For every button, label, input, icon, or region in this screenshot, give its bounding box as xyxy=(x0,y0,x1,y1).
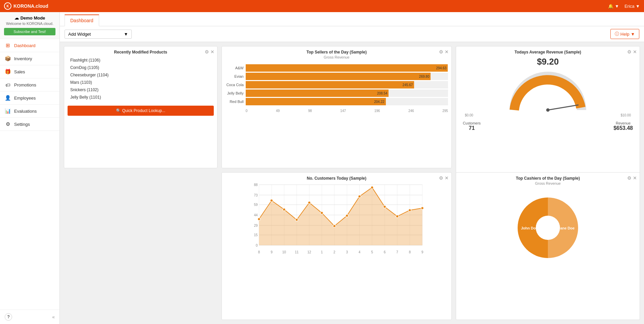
bar-label: Evian xyxy=(225,74,244,78)
cloud-icon: ☁ xyxy=(14,15,19,21)
demo-mode-title: ☁ Demo Mode xyxy=(4,15,55,21)
help-icon[interactable]: ? xyxy=(5,313,12,321)
widget-settings-icon[interactable]: ⚙ xyxy=(439,49,443,55)
bar-track: 204.22 xyxy=(246,98,448,105)
list-item[interactable]: Cheeseburger (1104) xyxy=(68,71,214,79)
list-item[interactable]: Flashlight (1106) xyxy=(68,57,214,64)
chevron-down-icon: ▼ xyxy=(124,32,128,37)
svg-text:4: 4 xyxy=(359,250,361,254)
customers-stat: Customers 71 xyxy=(463,121,481,131)
bar-fill: 269.80 xyxy=(246,73,431,80)
dashboard-grid: Recently Modified Products ⚙ ✕ Flashligh… xyxy=(60,42,644,324)
widget-settings-icon[interactable]: ⚙ xyxy=(439,175,443,181)
svg-text:59: 59 xyxy=(254,203,258,207)
widget-settings-icon[interactable]: ⚙ xyxy=(627,175,632,181)
inventory-icon: 📦 xyxy=(5,56,11,62)
bar-row: Jelly Belly208.54 xyxy=(225,89,448,97)
gauge-value: $9.20 xyxy=(459,57,636,67)
topnav: K KORONA.cloud 🔔 ▼ Erica ▼ xyxy=(0,0,644,12)
list-item[interactable]: Jelly Belly (1101) xyxy=(68,94,214,101)
svg-text:88: 88 xyxy=(254,183,258,187)
svg-line-0 xyxy=(548,105,578,110)
svg-text:8: 8 xyxy=(258,250,260,254)
bar-value: 245.67 xyxy=(403,83,413,87)
sidebar-item-label: Dashboard xyxy=(14,43,36,48)
sidebar-item-evaluations[interactable]: 📊 Evaluations xyxy=(0,105,59,118)
demo-mode-subtitle: Welcome to KORONA.cloud. xyxy=(4,22,55,26)
sidebar: ☁ Demo Mode Welcome to KORONA.cloud. Sub… xyxy=(0,12,60,324)
tab-dashboard[interactable]: Dashboard xyxy=(65,14,99,26)
sidebar-item-dashboard[interactable]: ⊞ Dashboard xyxy=(0,39,59,52)
svg-text:7: 7 xyxy=(396,250,398,254)
sidebar-item-label: Settings xyxy=(14,122,30,127)
bar-label: Jelly Belly xyxy=(225,91,244,95)
widget-close-icon[interactable]: ✕ xyxy=(445,175,449,181)
recently-modified-widget: Recently Modified Products ⚙ ✕ Flashligh… xyxy=(64,46,217,168)
subscribe-button[interactable]: Subscribe and Test! xyxy=(4,28,55,35)
svg-text:Jane Doe: Jane Doe xyxy=(558,226,574,230)
svg-text:1: 1 xyxy=(321,250,323,254)
svg-point-57 xyxy=(421,207,424,210)
bar-row: Coca Cola245.67 xyxy=(225,81,448,88)
sidebar-item-label: Sales xyxy=(14,69,25,74)
add-widget-dropdown[interactable]: Add Widget ▼ xyxy=(65,30,132,39)
bar-track: 245.67 xyxy=(246,81,448,88)
user-menu-button[interactable]: Erica ▼ xyxy=(625,4,640,9)
top-sellers-title: Top Sellers of the Day (Sample) xyxy=(225,50,448,55)
bar-value: 204.22 xyxy=(374,100,385,104)
widget-close-icon[interactable]: ✕ xyxy=(633,175,637,181)
top-cashiers-subtitle: Gross Revenue xyxy=(459,181,636,185)
customers-value: 71 xyxy=(463,125,481,131)
sales-icon: 🎁 xyxy=(5,69,11,75)
line-chart: 887359442915089101112123456789 xyxy=(225,181,448,255)
sidebar-item-sales[interactable]: 🎁 Sales xyxy=(0,65,59,78)
bar-chart: A&W294.63Evian269.80Coca Cola245.67Jelly… xyxy=(225,62,448,108)
settings-icon: ⚙ xyxy=(5,121,11,127)
sidebar-item-promotions[interactable]: 🏷 Promotions xyxy=(0,78,59,92)
svg-point-50 xyxy=(333,225,336,227)
bar-fill: 208.54 xyxy=(246,89,389,97)
sidebar-item-settings[interactable]: ⚙ Settings xyxy=(0,118,59,131)
widget-controls: ⚙ ✕ xyxy=(439,49,449,55)
help-circle-icon: ⓘ xyxy=(615,31,619,37)
widget-close-icon[interactable]: ✕ xyxy=(210,49,214,55)
notifications-button[interactable]: 🔔 ▼ xyxy=(608,4,619,9)
promotions-icon: 🏷 xyxy=(5,82,11,88)
svg-point-48 xyxy=(308,201,311,204)
list-item[interactable]: CornDog (1105) xyxy=(68,64,214,71)
svg-text:2: 2 xyxy=(333,250,335,254)
demo-mode-box: ☁ Demo Mode Welcome to KORONA.cloud. Sub… xyxy=(0,12,59,39)
gauge-chart xyxy=(508,70,588,113)
list-item[interactable]: Mars (1103) xyxy=(68,79,214,86)
bar-row: Red Bull204.22 xyxy=(225,98,448,105)
layout: ☁ Demo Mode Welcome to KORONA.cloud. Sub… xyxy=(0,12,644,324)
dashboard-icon: ⊞ xyxy=(5,42,11,48)
top-cashiers-title: Top Cashiers of the Day (Sample) xyxy=(459,176,636,181)
bar-value: 294.63 xyxy=(436,66,447,70)
svg-text:8: 8 xyxy=(409,250,411,254)
quick-lookup-button[interactable]: 🔍 Quick Product Lookup... xyxy=(68,106,214,116)
widget-settings-icon[interactable]: ⚙ xyxy=(627,49,632,55)
widget-settings-icon[interactable]: ⚙ xyxy=(205,49,209,55)
product-list: Flashlight (1106) CornDog (1105) Cheeseb… xyxy=(68,55,214,102)
bar-row: Evian269.80 xyxy=(225,73,448,80)
sidebar-item-label: Employees xyxy=(14,96,36,101)
widget-close-icon[interactable]: ✕ xyxy=(445,49,449,55)
collapse-sidebar-button[interactable]: « xyxy=(52,314,55,320)
svg-text:9: 9 xyxy=(421,250,424,254)
bar-track: 208.54 xyxy=(246,89,448,97)
svg-text:John Doe: John Doe xyxy=(521,226,538,230)
help-button[interactable]: ⓘ Help ▼ xyxy=(610,29,639,39)
main-content: Dashboard Add Widget ▼ ⓘ Help ▼ Recently… xyxy=(60,12,644,324)
gauge-min: $0.00 xyxy=(465,113,473,117)
sidebar-item-inventory[interactable]: 📦 Inventory xyxy=(0,52,59,65)
evaluations-icon: 📊 xyxy=(5,108,11,114)
bar-track: 269.80 xyxy=(246,73,448,80)
list-item[interactable]: Snickers (1102) xyxy=(68,86,214,94)
line-chart-container: 887359442915089101112123456789 xyxy=(225,181,448,256)
widget-close-icon[interactable]: ✕ xyxy=(633,49,637,55)
svg-point-51 xyxy=(346,214,348,217)
recently-modified-title: Recently Modified Products xyxy=(68,50,214,55)
svg-point-58 xyxy=(536,216,560,240)
sidebar-item-employees[interactable]: 👤 Employees xyxy=(0,92,59,105)
